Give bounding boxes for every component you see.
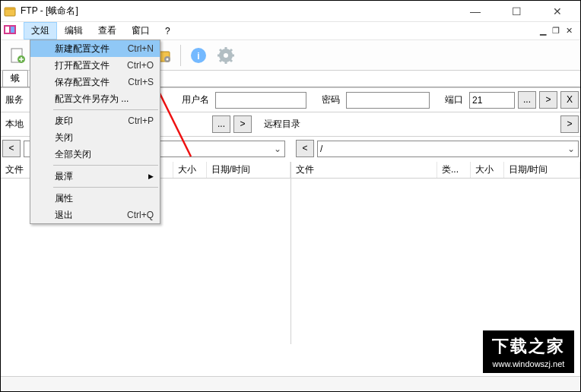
menu-close[interactable]: 关闭 — [30, 129, 160, 146]
menu-exit[interactable]: 退出Ctrl+Q — [30, 207, 160, 223]
titlebar: FTP - [蛾命名] — ☐ ✕ — [1, 1, 580, 22]
mdi-close[interactable]: ✕ — [566, 26, 573, 36]
menu-save-as[interactable]: 配置文件另存为 ... — [30, 90, 160, 107]
col-size[interactable]: 大小 — [471, 162, 504, 178]
remote-path-combo[interactable]: / — [317, 141, 579, 157]
local-go-button[interactable]: > — [233, 115, 252, 133]
mdi-restore[interactable]: ❐ — [552, 26, 560, 36]
svg-rect-4 — [11, 27, 14, 33]
window-title: FTP - [蛾命名] — [21, 5, 462, 17]
menu-save-profile[interactable]: 保存配置文件Ctrl+S — [30, 74, 160, 90]
svg-point-18 — [224, 53, 228, 58]
toolbar-settings-icon[interactable] — [214, 43, 238, 68]
port-label: 端口 — [442, 93, 466, 106]
browse-button[interactable]: ... — [518, 91, 536, 109]
port-input[interactable] — [469, 92, 515, 109]
menu-edit[interactable]: 编辑 — [57, 22, 90, 40]
col-datetime[interactable]: 日期/时间 — [207, 162, 290, 178]
toolbar-info-icon[interactable]: i — [186, 43, 211, 68]
menu-properties[interactable]: 属性 — [30, 190, 160, 207]
menu-help[interactable]: ? — [157, 24, 178, 39]
remote-back-button[interactable]: < — [296, 140, 314, 157]
col-size[interactable]: 大小 — [173, 162, 207, 178]
remote-pane: 文件 类... 大小 日期/时间 — [291, 162, 581, 344]
menu-abort[interactable]: 废印Ctrl+P — [30, 112, 160, 129]
toolbar-new-icon[interactable] — [5, 43, 30, 68]
local-label: 本地 — [2, 118, 27, 131]
remote-label: 远程目录 — [261, 118, 303, 131]
svg-rect-1 — [5, 8, 15, 10]
menubar: 文俎 编辑 查看 窗口 ? ▁ ❐ ✕ — [1, 22, 580, 40]
watermark: 下载之家 www.windowszj.net — [483, 330, 574, 373]
watermark-url: www.windowszj.net — [492, 359, 565, 368]
minimize-button[interactable]: — — [462, 5, 489, 17]
mdi-icon — [4, 25, 16, 37]
menu-window[interactable]: 窗口 — [124, 22, 157, 40]
menu-recent[interactable]: 最潭▶ — [30, 168, 160, 185]
pass-label: 密码 — [319, 93, 343, 106]
mdi-minimize[interactable]: ▁ — [540, 26, 546, 36]
local-browse-button[interactable]: ... — [212, 115, 230, 133]
window-controls: — ☐ ✕ — [462, 5, 577, 17]
file-menu-dropdown: 新建配置文件Ctrl+N 打开配置文件Ctrl+O 保存配置文件Ctrl+S 配… — [30, 40, 160, 224]
col-file[interactable]: 文件 — [291, 162, 438, 178]
user-input[interactable] — [215, 92, 306, 109]
menu-file[interactable]: 文俎 — [24, 22, 57, 40]
app-icon — [4, 5, 16, 17]
close-button[interactable]: ✕ — [544, 5, 571, 17]
user-label: 用户名 — [179, 93, 212, 106]
col-datetime[interactable]: 日期/时间 — [504, 162, 580, 178]
maximize-button[interactable]: ☐ — [503, 5, 530, 17]
document-tab[interactable]: 蛾 — [2, 70, 28, 87]
pass-input[interactable] — [346, 92, 430, 109]
connect-button[interactable]: > — [539, 91, 557, 109]
menu-close-all[interactable]: 全部关闭 — [30, 146, 160, 163]
server-label: 服务 — [2, 93, 27, 106]
svg-rect-3 — [5, 27, 9, 33]
svg-point-14 — [167, 58, 169, 60]
watermark-title: 下载之家 — [492, 335, 565, 358]
menu-new-profile[interactable]: 新建配置文件Ctrl+N — [30, 40, 160, 57]
menu-open-profile[interactable]: 打开配置文件Ctrl+O — [30, 57, 160, 74]
svg-text:i: i — [197, 51, 199, 62]
disconnect-button[interactable]: X — [560, 91, 579, 109]
remote-columns: 文件 类... 大小 日期/时间 — [291, 162, 581, 179]
remote-go-button[interactable]: > — [560, 115, 579, 133]
col-type[interactable]: 类... — [437, 162, 471, 178]
menu-view[interactable]: 查看 — [90, 22, 124, 40]
statusbar — [1, 376, 580, 391]
local-back-button[interactable]: < — [2, 140, 21, 157]
